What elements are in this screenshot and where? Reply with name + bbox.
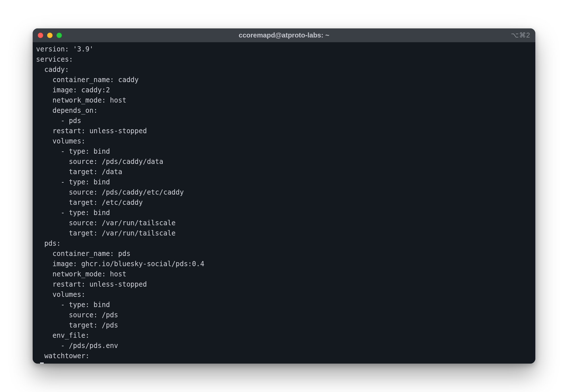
pager-status-line: :: [36, 361, 532, 364]
minimize-icon[interactable]: [47, 33, 53, 38]
terminal-window: ccoremapd@atproto-labs: ~ ⌥⌘2 version: '…: [33, 28, 535, 364]
terminal-output[interactable]: version: '3.9' services: caddy: containe…: [33, 42, 535, 364]
zoom-icon[interactable]: [57, 33, 62, 38]
window-shortcut-hint: ⌥⌘2: [511, 31, 530, 39]
pager-prompt: :: [36, 361, 40, 364]
window-titlebar: ccoremapd@atproto-labs: ~ ⌥⌘2: [33, 28, 535, 42]
close-icon[interactable]: [38, 33, 43, 38]
traffic-lights: [38, 33, 62, 38]
window-title: ccoremapd@atproto-labs: ~: [33, 31, 535, 39]
file-content: version: '3.9' services: caddy: containe…: [36, 45, 204, 360]
cursor-block-icon: [40, 362, 44, 364]
